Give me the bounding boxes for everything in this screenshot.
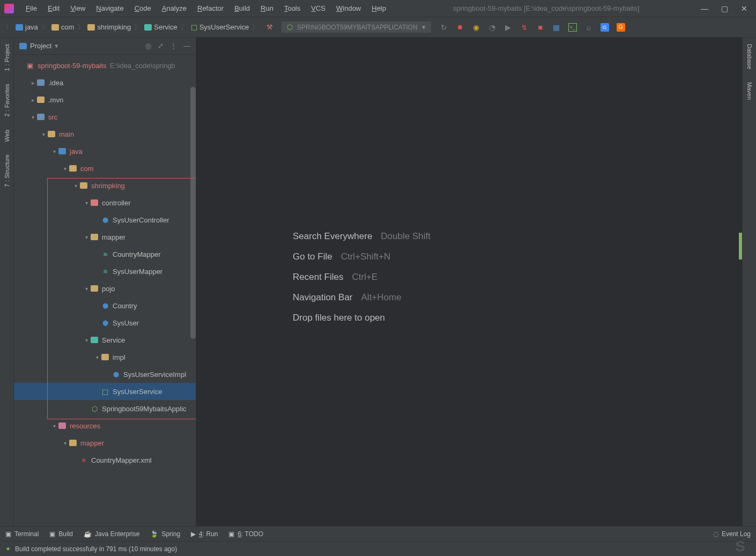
- profile-icon[interactable]: ◔: [488, 23, 496, 32]
- menu-tools[interactable]: Tools: [279, 2, 306, 14]
- run-config-selector[interactable]: ⬡ SPRINGBOOT59MYBAITSAPPLICATION ▾: [281, 21, 431, 33]
- menu-view[interactable]: View: [65, 2, 91, 14]
- hide-icon[interactable]: —: [183, 42, 190, 50]
- tree-item-pojo[interactable]: ▾pojo: [14, 280, 196, 297]
- tree-item-sysusermapper[interactable]: ≋SysUserMapper: [14, 263, 196, 280]
- menu-build[interactable]: Build: [229, 2, 255, 14]
- translate-icon[interactable]: G: [601, 23, 609, 32]
- target-icon[interactable]: ◎: [145, 42, 151, 50]
- tree-arrow-icon[interactable]: ▾: [72, 183, 79, 189]
- tree-arrow-icon[interactable]: ▾: [61, 440, 69, 446]
- editor-area[interactable]: Search EverywhereDouble ShiftGo to FileC…: [196, 38, 742, 526]
- tree-item-impl[interactable]: ▾impl: [14, 349, 196, 366]
- stop-icon[interactable]: ■: [536, 23, 545, 32]
- tree-arrow-icon[interactable]: ▾: [29, 114, 36, 120]
- menu-navigate[interactable]: Navigate: [91, 2, 129, 14]
- menu-edit[interactable]: Edit: [42, 2, 65, 14]
- menu-window[interactable]: Window: [331, 2, 366, 14]
- tree-item-com[interactable]: ▾com: [14, 160, 196, 177]
- debug-icon[interactable]: ✸: [456, 23, 464, 32]
- menu-refactor[interactable]: Refactor: [192, 2, 229, 14]
- search-icon[interactable]: ⌕: [584, 23, 593, 32]
- menu-run[interactable]: Run: [255, 2, 279, 14]
- tree-item-java[interactable]: ▾java: [14, 143, 196, 160]
- bottom-tab-spring[interactable]: 🍃Spring: [150, 530, 180, 538]
- tree-item-shrimpking[interactable]: ▾shrimpking: [14, 177, 196, 194]
- tree-arrow-icon[interactable]: ▾: [50, 149, 58, 154]
- tree-item-main[interactable]: ▾main: [14, 125, 196, 143]
- hammer-icon[interactable]: ⚒: [266, 23, 273, 31]
- tree-arrow-icon[interactable]: ▾: [61, 166, 69, 172]
- tree-item--idea[interactable]: ▸.idea: [14, 74, 196, 91]
- tree-item-sysuserserviceimpl[interactable]: ⬢SysUserServiceImpl: [14, 366, 196, 383]
- breadcrumb-item[interactable]: ⬚SysUserService: [191, 23, 249, 31]
- menu-file[interactable]: File: [20, 2, 42, 14]
- tree-node-icon: ⬢: [101, 216, 109, 224]
- scrollbar-thumb[interactable]: [190, 87, 196, 339]
- breadcrumb-item[interactable]: com: [51, 23, 75, 31]
- collapse-icon[interactable]: ⤢: [158, 42, 164, 50]
- tree-item-service[interactable]: ▾Service: [14, 331, 196, 349]
- tree-item-sysusercontroller[interactable]: ⬢SysUserController: [14, 211, 196, 228]
- tree-node-icon: [90, 234, 99, 240]
- gutter-tab-structure[interactable]: 7: Structure: [2, 148, 12, 194]
- google-icon[interactable]: G: [617, 23, 625, 32]
- menu-help[interactable]: Help: [366, 2, 391, 14]
- minimize-button[interactable]: —: [701, 4, 708, 13]
- maximize-button[interactable]: ▢: [721, 4, 728, 13]
- coverage-icon[interactable]: ◉: [472, 23, 480, 32]
- bottom-tab-build[interactable]: ▣Build: [49, 530, 73, 538]
- more-icon[interactable]: ⋮: [170, 42, 177, 50]
- breadcrumb-item[interactable]: Service: [144, 23, 177, 31]
- tree-item-country[interactable]: ⬢Country: [14, 297, 196, 314]
- bottom-tab-terminal[interactable]: ▣Terminal: [5, 530, 39, 538]
- attach-icon[interactable]: ↯: [520, 23, 529, 32]
- close-button[interactable]: ✕: [741, 4, 747, 13]
- project-tree[interactable]: ▣springboot-59-mybaitsE:\idea_code\sprin…: [14, 55, 196, 526]
- app-icon: [4, 4, 14, 13]
- tree-arrow-icon[interactable]: ▾: [83, 337, 90, 343]
- project-panel: Project ▾ ◎ ⤢ ⋮ — ▣springboot-59-mybaits…: [14, 38, 196, 526]
- tree-arrow-icon[interactable]: ▾: [50, 423, 58, 429]
- tree-item-springboot59mybaitsapplic[interactable]: ⬡Springboot59MybaitsApplic: [14, 400, 196, 417]
- bottom-tab-java-enterprise[interactable]: ☕Java Enterprise: [84, 530, 139, 538]
- gutter-tab-database[interactable]: Database: [744, 38, 755, 76]
- grid-icon[interactable]: ▦: [552, 23, 561, 32]
- tree-item--mvn[interactable]: ▸.mvn: [14, 91, 196, 108]
- bottom-tab----run[interactable]: ▶4: Run: [191, 530, 218, 538]
- bottom-tab----todo[interactable]: ▣6: TODO: [228, 530, 263, 538]
- breadcrumb-item[interactable]: shrimpking: [87, 23, 131, 31]
- project-panel-title[interactable]: Project ▾: [19, 42, 141, 50]
- tree-item-src[interactable]: ▾src: [14, 108, 196, 125]
- gutter-tab-web[interactable]: Web: [2, 123, 12, 148]
- folder-icon: [19, 43, 27, 49]
- tree-item-sysuser[interactable]: ⬢SysUser: [14, 314, 196, 331]
- tree-arrow-icon[interactable]: ▾: [83, 200, 90, 206]
- terminal-icon[interactable]: >_: [568, 23, 577, 32]
- tree-arrow-icon[interactable]: ▾: [83, 234, 90, 240]
- tree-item-springboot-59-mybaits[interactable]: ▣springboot-59-mybaitsE:\idea_code\sprin…: [14, 57, 196, 74]
- tree-item-countrymapper-xml[interactable]: ≡CountryMapper.xml: [14, 451, 196, 469]
- tree-item-mapper[interactable]: ▾mapper: [14, 434, 196, 451]
- tree-item-sysuserservice[interactable]: ⬚SysUserService: [14, 383, 196, 400]
- tree-item-countrymapper[interactable]: ≋CountryMapper: [14, 246, 196, 263]
- gutter-tab-favorites[interactable]: 2: Favorites: [2, 77, 12, 123]
- run-icon[interactable]: ▶: [504, 23, 513, 32]
- tree-item-controller[interactable]: ▾controller: [14, 194, 196, 211]
- menu-vcs[interactable]: VCS: [306, 2, 331, 14]
- tree-arrow-icon[interactable]: ▾: [83, 286, 90, 292]
- refresh-icon[interactable]: ↻: [440, 23, 448, 32]
- gutter-tab-project[interactable]: 1: Project: [2, 38, 12, 77]
- gutter-tab-maven[interactable]: Maven: [744, 76, 755, 106]
- tree-arrow-icon[interactable]: ▾: [93, 354, 101, 360]
- breadcrumb-item[interactable]: java: [16, 23, 38, 31]
- tree-item-mapper[interactable]: ▾mapper: [14, 228, 196, 246]
- event-log-button[interactable]: ◌ Event Log: [713, 530, 751, 538]
- tree-item-resources[interactable]: ▾resources: [14, 417, 196, 434]
- menu-code[interactable]: Code: [129, 2, 157, 14]
- tree-arrow-icon[interactable]: ▸: [29, 97, 36, 103]
- window-title: springboot-59-mybaits [E:\idea_code\spri…: [391, 4, 701, 12]
- tree-arrow-icon[interactable]: ▾: [40, 131, 47, 137]
- tree-arrow-icon[interactable]: ▸: [29, 80, 36, 86]
- menu-analyze[interactable]: Analyze: [157, 2, 192, 14]
